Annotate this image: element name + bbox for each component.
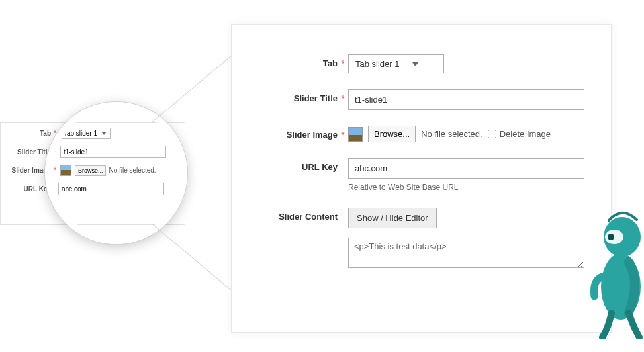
required-mark-icon: * — [54, 148, 56, 155]
tab-select[interactable]: Tab slider 1 — [348, 54, 444, 73]
preview-urlkey-input[interactable] — [58, 183, 164, 195]
tab-select-value: Tab slider 1 — [349, 55, 406, 73]
delete-image-checkbox[interactable] — [488, 130, 496, 138]
required-spacer — [338, 208, 348, 212]
required-mark-icon: * — [338, 126, 348, 140]
preview-label-image: Slider Image — [7, 167, 51, 174]
connector-line-icon — [152, 224, 234, 292]
svg-marker-0 — [412, 62, 418, 66]
required-spacer — [338, 238, 348, 242]
label-tab: Tab — [232, 54, 338, 68]
slider-title-input[interactable] — [348, 89, 584, 110]
no-file-text: No file selected. — [421, 129, 483, 139]
image-thumbnail-icon — [348, 127, 363, 142]
row-slider-content-textarea — [232, 238, 584, 268]
label-slider-image: Slider Image — [232, 126, 338, 140]
delete-image-checkbox-wrap[interactable]: Delete Image — [488, 129, 551, 139]
preview-label-tab: Tab — [7, 130, 51, 137]
label-url-key: URL Key — [232, 158, 338, 172]
required-mark-icon: * — [338, 89, 348, 104]
delete-image-label: Delete Image — [500, 129, 551, 139]
svg-point-4 — [608, 234, 614, 240]
row-tab: Tab * Tab slider 1 — [232, 54, 584, 73]
preview-nofile-text: No file selected. — [109, 167, 156, 174]
required-spacer — [338, 158, 348, 162]
image-thumbnail-icon — [60, 165, 71, 176]
preview-tab-select[interactable]: Tab slider 1 — [60, 128, 111, 139]
url-key-hint: Relative to Web Site Base URL — [348, 183, 584, 192]
url-key-input[interactable] — [348, 158, 584, 179]
label-slider-content: Slider Content — [232, 208, 338, 222]
preview-row-image: Slider Image * Browse... No file selecte… — [7, 165, 178, 176]
row-slider-title: Slider Title * — [232, 89, 584, 110]
preview-row-title: Slider Title * — [7, 146, 178, 158]
toggle-editor-button[interactable]: Show / Hide Editor — [348, 208, 437, 228]
required-mark-icon: * — [54, 167, 56, 174]
preview-label-urlkey: URL Key — [7, 185, 51, 193]
connector-line-icon — [152, 54, 234, 122]
chevron-down-icon — [406, 55, 424, 73]
required-mark-icon: * — [54, 130, 56, 137]
required-mark-icon: * — [338, 54, 348, 69]
preview-row-tab: Tab * Tab slider 1 — [7, 128, 178, 139]
label-slider-title: Slider Title — [232, 89, 338, 103]
browse-button[interactable]: Browse... — [368, 126, 416, 142]
mascot-alien-icon — [589, 210, 644, 339]
form-panel: Tab * Tab slider 1 Slider Title * Slider… — [231, 24, 612, 333]
preview-title-input[interactable] — [60, 146, 166, 158]
row-slider-content: Slider Content Show / Hide Editor — [232, 208, 584, 228]
preview-row-urlkey: URL Key — [7, 183, 178, 195]
row-url-key: URL Key Relative to Web Site Base URL — [232, 158, 584, 192]
preview-panel: Tab * Tab slider 1 Slider Title * Slider… — [0, 122, 185, 225]
label-spacer — [232, 238, 338, 242]
preview-browse-button[interactable]: Browse... — [75, 165, 107, 176]
row-slider-image: Slider Image * Browse... No file selecte… — [232, 126, 584, 142]
preview-label-title: Slider Title — [7, 148, 51, 155]
slider-content-textarea[interactable] — [348, 238, 584, 268]
